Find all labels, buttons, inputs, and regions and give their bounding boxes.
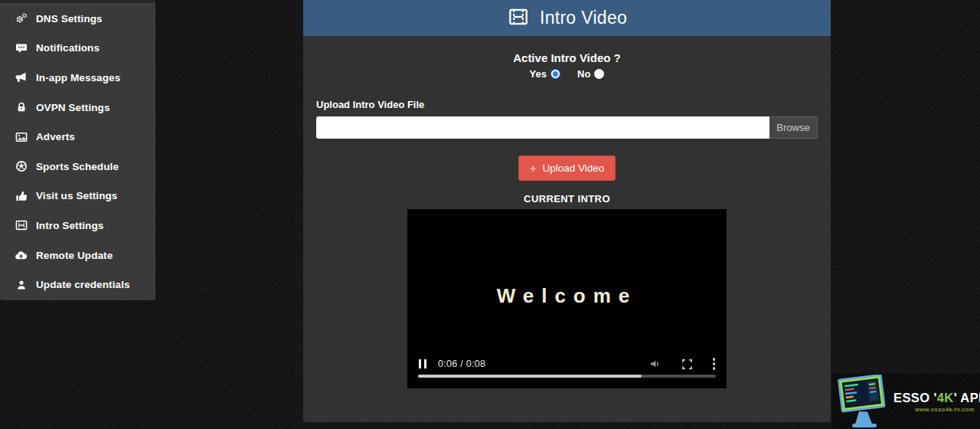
sidebar-item-intro-settings[interactable]: Intro Settings (0, 211, 155, 241)
page-background: DNS Settings Notifications In-app Messag… (0, 0, 980, 429)
sidebar-item-dns-settings[interactable]: DNS Settings (0, 4, 155, 34)
sidebar-item-label: DNS Settings (36, 13, 103, 25)
video-progress-fill (418, 375, 642, 378)
lock-icon (15, 101, 28, 113)
sidebar-item-visit-us-settings[interactable]: Visit us Settings (0, 182, 155, 211)
comment-icon (15, 42, 28, 54)
sidebar-item-label: In-app Messages (36, 72, 120, 84)
monitor-icon (835, 375, 892, 428)
sidebar-item-label: Update credentials (36, 279, 130, 290)
sidebar-item-label: Intro Settings (36, 220, 103, 231)
current-intro-heading: CURRENT INTRO (303, 193, 831, 205)
film-icon (507, 7, 530, 30)
fullscreen-icon[interactable] (681, 359, 693, 370)
video-controls: 0:06 / 0:08 (407, 353, 727, 388)
upload-video-button-label: Upload Video (542, 162, 604, 174)
esso-4k-apps-logo: ESSO '4K' APPS www.esso4k-tv.com (832, 374, 980, 429)
cloud-upload-icon (15, 249, 28, 261)
sidebar-item-label: OVPN Settings (36, 102, 110, 113)
intro-video-panel: Intro Video Active Intro Video ? Yes No … (303, 0, 831, 422)
sidebar-item-label: Adverts (36, 131, 75, 142)
sidebar-item-label: Notifications (36, 42, 100, 54)
active-intro-question: Active Intro Video ? (303, 51, 831, 64)
sidebar-item-label: Remote Update (36, 250, 113, 261)
sidebar-item-label: Sports Schedule (36, 161, 119, 172)
user-icon (15, 279, 28, 291)
logo-title: ESSO '4K' APPS (893, 391, 980, 405)
sidebar-item-sports-schedule[interactable]: Sports Schedule (0, 152, 155, 182)
soccer-ball-icon (15, 160, 28, 172)
bullhorn-icon (15, 71, 28, 84)
upload-video-button[interactable]: + Upload Video (518, 156, 616, 181)
upload-file-label: Upload Intro Video File (316, 99, 831, 110)
sidebar-item-remote-update[interactable]: Remote Update (0, 241, 155, 270)
volume-icon[interactable] (649, 358, 662, 370)
radio-yes-label: Yes (530, 68, 547, 80)
sidebar-item-in-app-messages[interactable]: In-app Messages (0, 63, 155, 93)
video-time: 0:06 / 0:08 (438, 359, 485, 369)
cogs-icon (15, 12, 28, 25)
page-title: Intro Video (540, 8, 627, 28)
overflow-menu-icon[interactable] (713, 358, 716, 370)
film-icon (15, 219, 28, 231)
thumbs-up-icon (15, 190, 28, 202)
sidebar-item-update-credentials[interactable]: Update credentials (0, 270, 155, 300)
browse-button[interactable]: Browse (769, 116, 818, 139)
plus-icon: + (530, 162, 537, 175)
radio-no-label: No (577, 68, 590, 80)
sidebar-item-ovpn-settings[interactable]: OVPN Settings (0, 93, 155, 123)
sidebar-item-notifications[interactable]: Notifications (0, 34, 155, 64)
sidebar: DNS Settings Notifications In-app Messag… (0, 0, 155, 300)
video-player[interactable]: Welcome 0:06 / 0:08 (407, 209, 727, 388)
sidebar-item-label: Visit us Settings (36, 190, 117, 201)
logo-url: www.esso4k-tv.com (893, 406, 980, 413)
radio-yes[interactable] (550, 69, 560, 79)
image-icon (15, 131, 28, 143)
panel-header: Intro Video (303, 0, 831, 36)
active-intro-radio-group: Yes No (303, 68, 831, 80)
radio-no[interactable] (594, 69, 604, 79)
file-input[interactable] (316, 116, 769, 139)
video-progress-bar[interactable] (418, 375, 716, 378)
sidebar-item-adverts[interactable]: Adverts (0, 122, 155, 152)
video-overlay-text: Welcome (407, 284, 727, 308)
file-upload-group: Browse (316, 116, 818, 139)
pause-button[interactable] (419, 359, 426, 368)
